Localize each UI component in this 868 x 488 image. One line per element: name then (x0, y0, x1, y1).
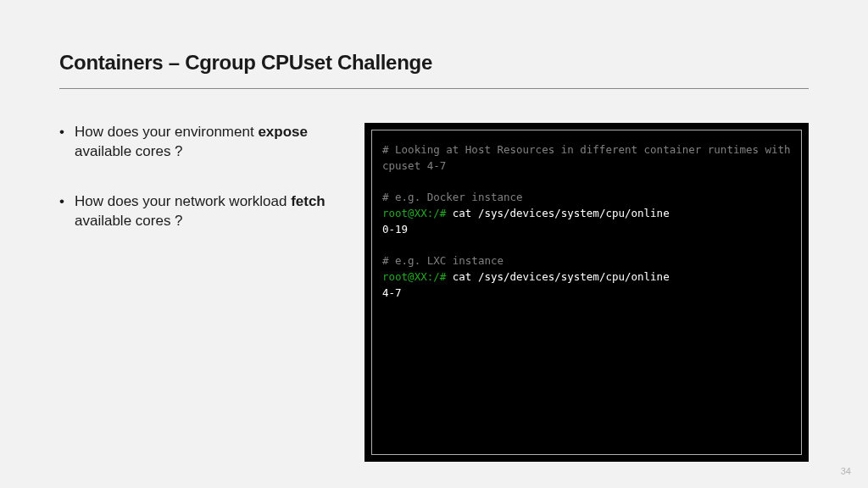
slide-title: Containers – Cgroup CPUset Challenge (59, 51, 809, 88)
bullet-text: How does your environment expose availab… (75, 123, 339, 162)
terminal-output: # Looking at Host Resources in different… (371, 130, 802, 455)
terminal-prompt: root@XX:/# (382, 207, 446, 219)
bullet-list: • How does your environment expose avail… (59, 123, 339, 462)
title-divider (59, 88, 809, 89)
bullet-marker: • (59, 192, 75, 231)
terminal-line (382, 238, 791, 254)
terminal-line: # e.g. LXC instance (382, 253, 791, 269)
terminal-prompt: root@XX:/# (382, 270, 446, 283)
terminal-panel: # Looking at Host Resources in different… (364, 123, 809, 462)
terminal-line: # e.g. Docker instance (382, 190, 791, 206)
terminal-line: # Looking at Host Resources in different… (382, 142, 791, 175)
terminal-command: cat /sys/devices/system/cpu/online (446, 207, 669, 219)
terminal-line: root@XX:/# cat /sys/devices/system/cpu/o… (382, 269, 791, 286)
bullet-item: • How does your environment expose avail… (59, 123, 339, 162)
bullet-item: • How does your network workload fetch a… (59, 192, 339, 231)
bullet-text: How does your network workload fetch ava… (75, 192, 339, 231)
terminal-frame: # Looking at Host Resources in different… (364, 123, 809, 462)
terminal-command: cat /sys/devices/system/cpu/online (446, 270, 669, 283)
page-number: 34 (841, 466, 851, 476)
terminal-line: 4-7 (382, 286, 791, 302)
terminal-line (382, 175, 791, 191)
terminal-line: 0-19 (382, 222, 791, 238)
bullet-marker: • (59, 123, 75, 162)
content-area: • How does your environment expose avail… (59, 123, 809, 462)
terminal-line: root@XX:/# cat /sys/devices/system/cpu/o… (382, 206, 791, 222)
